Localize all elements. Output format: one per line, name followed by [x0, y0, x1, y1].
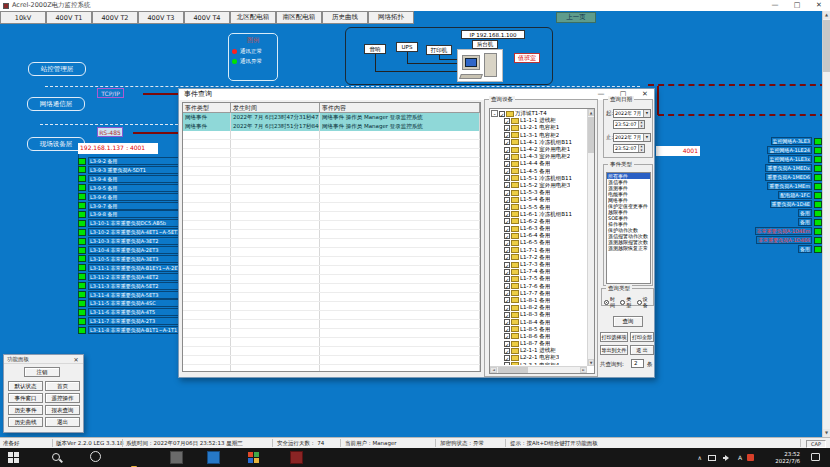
right-device-row[interactable]: 非常重要负荷A-1D4E6 [756, 236, 822, 244]
left-device-row[interactable]: L3-9-7 备用 [78, 202, 181, 210]
to-date-select[interactable]: 2022年 7月 6日 ▼ [613, 133, 651, 142]
checkbox-checked-icon[interactable]: ✓ [504, 204, 510, 210]
scroll-down-icon[interactable]: ▼ [588, 359, 594, 366]
prev-page-button[interactable]: 上一页 [556, 12, 596, 23]
spinner-icon[interactable]: ▲▼ [638, 121, 644, 128]
left-device-row[interactable]: L3-9-6 备用 [78, 193, 181, 201]
tree-node-row[interactable]: ✓L1-7-1 备用 [491, 247, 586, 254]
tree-node-row[interactable]: ✓L1-8-2 备用 [491, 304, 586, 311]
tree-node-row[interactable]: ✓L1-8-1 备用 [491, 297, 586, 304]
left-device-row[interactable]: L3-11-8 非常重要负荷A-B1T1~A-1T1 [78, 326, 181, 334]
checkbox-checked-icon[interactable]: ✓ [504, 218, 510, 224]
window-minimize-button[interactable]: — [766, 0, 784, 11]
tree-node-row[interactable]: ✓L1-4-5 备用 [491, 168, 586, 175]
checkbox-checked-icon[interactable]: ✓ [504, 247, 510, 253]
app-icon-4[interactable] [290, 451, 303, 464]
left-device-row[interactable]: L3-11-6 非常重要负荷A-4T5 [78, 308, 181, 316]
function-button-5[interactable]: 历史事件 [8, 405, 43, 415]
notification-center-icon[interactable] [811, 453, 820, 461]
menu-tab-2[interactable]: 400V T1 [46, 11, 92, 24]
checkbox-checked-icon[interactable]: ✓ [504, 118, 510, 124]
tree-node-row[interactable]: ✓L1-4-2 室外用电柜1 [491, 146, 586, 153]
main-vertical-scrollbar[interactable]: ▲ ▼ [822, 11, 830, 437]
print-selected-button[interactable]: 打印选择项 [600, 332, 628, 342]
scrollbar-thumb[interactable] [498, 367, 528, 373]
query-type-radio[interactable]: 时间 [604, 296, 617, 308]
right-device-row[interactable]: 监控网络A-3LE3 [771, 137, 822, 145]
left-device-row[interactable]: L3-11-2 非常重要负荷A-4ET2 [78, 273, 181, 281]
checkbox-checked-icon[interactable]: ✓ [504, 262, 510, 268]
checkbox-checked-icon[interactable]: ✓ [504, 319, 510, 325]
tree-node-row[interactable]: ✓L1-5-2 室外用电柜3 [491, 182, 586, 189]
checkbox-checked-icon[interactable]: ✓ [504, 269, 510, 275]
function-button-1[interactable]: 默认状态 [8, 381, 43, 391]
app-icon-1[interactable] [170, 451, 183, 464]
event-table-row[interactable]: 网络事件2022年 7月 6日23时47分31秒477毫秒网络事件 操作员 Ma… [183, 113, 480, 122]
start-button-icon[interactable] [8, 451, 21, 464]
to-time-input[interactable]: 23:52:07 ▲▼ [613, 144, 645, 153]
right-device-row[interactable]: 重要负荷A-1MEDx [765, 164, 822, 172]
from-date-select[interactable]: 2022年 7月 5日 ▼ [613, 109, 651, 118]
tray-volume-icon[interactable] [723, 455, 730, 461]
checkbox-checked-icon[interactable]: ✓ [504, 197, 510, 203]
checkbox-checked-icon[interactable]: ✓ [504, 125, 510, 131]
right-device-row[interactable]: 配电箱A-1FC [778, 191, 822, 199]
menu-tab-8[interactable]: 历史曲线 [322, 11, 368, 24]
function-button-7[interactable]: 历史曲线 [8, 417, 43, 427]
checkbox-checked-icon[interactable]: ✓ [504, 254, 510, 260]
checkbox-checked-icon[interactable]: ✓ [504, 312, 510, 318]
print-all-button[interactable]: 打印全部 [630, 332, 654, 342]
right-device-row[interactable]: 重要负荷A-1MED6 [765, 173, 822, 181]
scroll-down-icon[interactable]: ▼ [823, 429, 830, 437]
tree-node-row[interactable]: ✓L1-5-5 备用 [491, 203, 586, 210]
scroll-up-icon[interactable]: ▲ [823, 11, 830, 19]
scrollbar-thumb[interactable] [823, 20, 830, 72]
tree-node-row[interactable]: ✓L1-7-6 备用 [491, 283, 586, 290]
right-device-row[interactable]: 备用 [798, 209, 822, 217]
tree-node-row[interactable]: ✓L1-6-3 备用 [491, 225, 586, 232]
tray-chevron-icon[interactable]: ∧ [698, 448, 702, 467]
export-file-button[interactable]: 导出到文件 [600, 345, 628, 355]
function-button-8[interactable]: 退出 [45, 417, 80, 427]
scroll-right-icon[interactable]: ► [580, 367, 587, 373]
left-device-row[interactable]: L3-11-4 非常重要负荷A-5ET3 [78, 291, 181, 299]
checkbox-checked-icon[interactable]: ✓ [504, 154, 510, 160]
tree-node-row[interactable]: ✓L1-6-4 备用 [491, 232, 586, 239]
checkbox-checked-icon[interactable]: ✓ [504, 305, 510, 311]
right-device-row[interactable]: 重要负荷A-1MEm [767, 182, 822, 190]
right-device-row[interactable]: 监控网络A-1LE24 [767, 146, 822, 154]
checkbox-checked-icon[interactable]: ✓ [504, 226, 510, 232]
left-device-row[interactable]: L3-11-7 非常重要负荷A-2T3 [78, 317, 181, 325]
exit-button[interactable]: 退 出 [630, 345, 654, 355]
tree-node-row[interactable]: ✓L1-7-2 备用 [491, 254, 586, 261]
event-table-row[interactable]: 网络事件2022年 7月 6日23时51分17秒846毫秒网络事件 操作员 Ma… [183, 122, 480, 131]
tree-node-row[interactable]: ✓L2-1-1 进线柜 [491, 347, 586, 354]
left-device-row[interactable]: L3-9-5 备用 [78, 184, 181, 192]
checkbox-checked-icon[interactable]: ✓ [504, 139, 510, 145]
checkbox-checked-icon[interactable]: ✓ [504, 211, 510, 217]
function-button-2[interactable]: 首页 [45, 381, 80, 391]
from-time-input[interactable]: 23:52:07 ▲▼ [613, 120, 645, 129]
left-device-row[interactable]: L3-11-1 非常重要负荷A-B1EY1~A-2ET5 [78, 264, 181, 272]
tree-node-row[interactable]: ✓L1-7-3 备用 [491, 261, 586, 268]
left-device-row[interactable]: L3-9-3 重要负荷A-5DT1 [78, 166, 181, 174]
menu-tab-3[interactable]: 400V T2 [92, 11, 138, 24]
right-device-row[interactable]: 非常重要负荷A-1D4Em [755, 227, 822, 235]
right-device-row[interactable]: 监控网络A-1LE3x [768, 155, 822, 163]
tree-node-row[interactable]: ✓L1-4-3 室外用电柜2 [491, 153, 586, 160]
checkbox-checked-icon[interactable]: ✓ [504, 182, 510, 188]
tree-node-row[interactable]: ✓L1-8-7 备用 [491, 340, 586, 347]
tree-vertical-scrollbar[interactable]: ▲ ▼ [587, 109, 594, 366]
checkbox-checked-icon[interactable]: ✓ [504, 362, 510, 365]
checkbox-checked-icon[interactable]: ✓ [504, 132, 510, 138]
scrollbar-thumb[interactable] [588, 117, 594, 153]
checkbox-checked-icon[interactable]: ✓ [504, 276, 510, 282]
right-device-row[interactable]: 备用 [798, 218, 822, 226]
checkbox-checked-icon[interactable]: ✓ [504, 168, 510, 174]
checkbox-checked-icon[interactable]: ✓ [504, 161, 510, 167]
app-icon-3[interactable] [248, 451, 261, 464]
scroll-left-icon[interactable]: ◄ [490, 367, 497, 373]
tree-root-row[interactable]: -✓万洋城T1-T4 [491, 110, 586, 117]
menu-tab-6[interactable]: 北区配电箱 [230, 11, 276, 24]
left-device-row[interactable]: L3-9-2 备用 [78, 157, 181, 165]
